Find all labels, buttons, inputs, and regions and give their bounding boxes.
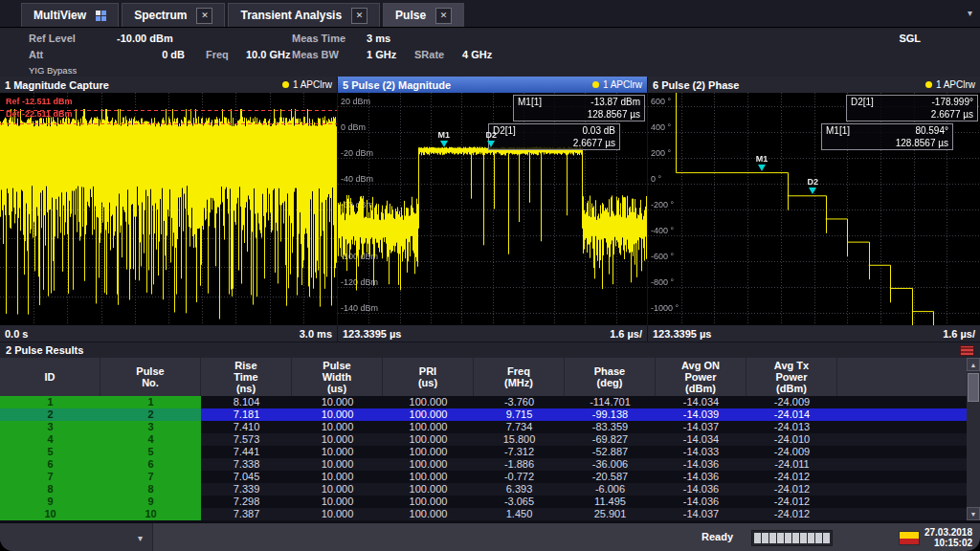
row-filler (837, 471, 967, 483)
marker-d2[interactable]: D2 (486, 131, 498, 147)
status-ready-label: Ready (702, 531, 733, 542)
magnitude-capture-plot[interactable] (0, 93, 337, 325)
status-date: 27.03.2018 (924, 527, 972, 538)
table-row[interactable]: 997.29810.000100.000-3.06511.495-14.036-… (0, 496, 967, 508)
panel-magnitude-capture[interactable]: 1 Magnitude Capture 1 APClrw Ref -12.511… (0, 77, 337, 342)
tab-label-transient: Transient Analysis (240, 9, 342, 22)
table-cell: -14.036 (656, 458, 746, 471)
tab-multiview[interactable]: MultiView (21, 3, 119, 27)
column-header[interactable]: Rise Time (ns) (201, 358, 292, 396)
table-row[interactable]: 10107.38710.000100.0001.45025.901-14.037… (0, 508, 967, 520)
meas-bw-value[interactable]: 1 GHz (367, 49, 396, 60)
table-row[interactable]: 227.18110.000100.0009.715-99.138-14.039-… (0, 408, 967, 421)
table-cell: 7 (0, 471, 100, 483)
table-cell: 7.410 (201, 421, 292, 433)
progress-bar (751, 530, 833, 546)
datetime-block: 27.03.2018 10:15:02 (899, 527, 972, 548)
close-icon-pulse[interactable]: ✕ (435, 8, 452, 24)
pulse-phase-chart[interactable]: D2[1]-178.999° 2.6677 µs M1[1]80.594° 12… (648, 93, 980, 325)
table-row[interactable]: 337.41010.000100.0007.734-83.359-14.037-… (0, 421, 967, 433)
panel-pulse-magnitude[interactable]: 5 Pulse (2) Magnitude 1 APClrw M1[1]-13.… (338, 77, 647, 342)
panel-title-magnitude-capture[interactable]: 1 Magnitude Capture 1 APClrw (0, 77, 337, 93)
table-row[interactable]: 887.33910.000100.0006.393-6.006-14.036-2… (0, 483, 967, 496)
table-cell: 10.000 (292, 421, 383, 433)
ref-level-value[interactable]: -10.00 dBm (117, 33, 173, 44)
x-scale-label: 1.6 µs/ (943, 328, 975, 340)
table-cell: 3 (100, 421, 201, 433)
table-cell: -7.312 (474, 446, 565, 458)
tabbar-dropdown-icon[interactable]: ▾ (968, 8, 972, 18)
table-row[interactable]: 777.04510.000100.000-0.772-20.587-14.036… (0, 471, 967, 483)
table-cell: 100.000 (383, 496, 474, 508)
det-line-label: Det -22.511 dBm (6, 109, 73, 119)
close-icon-spectrum[interactable]: ✕ (196, 8, 212, 24)
table-cell: 10.000 (292, 496, 383, 508)
table-row[interactable]: 118.10410.000100.000-3.760-114.701-14.03… (0, 396, 967, 408)
freq-value[interactable]: 10.0 GHz (246, 49, 290, 60)
column-header[interactable]: ID (0, 358, 100, 396)
marker-d2[interactable]: D2 (808, 178, 819, 194)
table-cell: -83.359 (565, 421, 656, 433)
marker-m1[interactable]: M1 (756, 155, 768, 171)
panel-title-text: 5 Pulse (2) Magnitude (343, 79, 451, 91)
table-cell: -24.012 (746, 496, 837, 508)
tab-spectrum[interactable]: Spectrum ✕ (122, 3, 225, 27)
meas-bw-label: Meas BW (292, 49, 339, 60)
srate-value[interactable]: 4 GHz (462, 49, 492, 60)
table-cell: 5 (0, 446, 100, 458)
row-filler (837, 421, 967, 433)
table-cell: -3.065 (474, 496, 565, 508)
marker-position: 2.6677 µs (573, 137, 615, 149)
close-icon-transient[interactable]: ✕ (351, 8, 368, 24)
table-cell: 100.000 (383, 408, 474, 421)
status-time: 10:15:02 (934, 538, 972, 548)
panel-title-pulse-magnitude[interactable]: 5 Pulse (2) Magnitude 1 APClrw (338, 77, 647, 93)
marker-m1[interactable]: M1 (437, 131, 450, 147)
panel-title-pulse-phase[interactable]: 6 Pulse (2) Phase 1 APClrw (648, 77, 980, 93)
tab-transient-analysis[interactable]: Transient Analysis ✕ (228, 3, 380, 27)
meas-time-value[interactable]: 3 ms (367, 33, 390, 44)
table-cell: 25.901 (565, 508, 656, 520)
table-cell: -24.014 (746, 408, 837, 421)
table-scrollbar[interactable]: ▲ ▼ (967, 358, 980, 520)
results-table-header: IDPulse No.Rise Time (ns)Pulse Width (us… (0, 358, 967, 396)
column-header[interactable]: Phase (deg) (565, 358, 656, 396)
table-cell: 10 (100, 508, 201, 520)
table-cell: -114.701 (565, 396, 656, 408)
table-cell: 10.000 (292, 483, 383, 496)
table-cell: -52.887 (565, 446, 656, 458)
table-row[interactable]: 667.33810.000100.000-1.886-36.006-14.036… (0, 458, 967, 471)
scroll-down-icon[interactable]: ▼ (967, 507, 980, 520)
chevron-down-icon: ▾ (138, 533, 143, 543)
table-cell: 7.573 (201, 433, 292, 446)
table-cell: -36.006 (565, 458, 656, 471)
magnitude-capture-chart[interactable]: Ref -12.511 dBm Det -22.511 dBm (0, 93, 337, 325)
panel-pulse-phase[interactable]: 6 Pulse (2) Phase 1 APClrw D2[1]-178.999… (648, 77, 980, 342)
x-start-label: 0.0 s (5, 328, 28, 340)
column-header[interactable]: Freq (MHz) (474, 358, 565, 396)
column-header[interactable]: Avg ON Power (dBm) (656, 358, 746, 396)
tab-pulse[interactable]: Pulse ✕ (383, 3, 464, 27)
table-cell: 100.000 (383, 483, 474, 496)
pulse-results-title-bar[interactable]: 2 Pulse Results (0, 342, 980, 358)
column-header[interactable]: Pulse No. (100, 358, 201, 396)
table-cell: -14.037 (656, 421, 746, 433)
column-header[interactable]: Pulse Width (us) (292, 358, 383, 396)
pulse-magnitude-chart[interactable]: M1[1]-13.87 dBm 128.8567 µs D2[1]0.03 dB… (338, 93, 647, 325)
status-bar: ▾ Ready 27.03.2018 10:15:02 (0, 522, 980, 551)
table-row[interactable]: 557.44110.000100.000-7.312-52.887-14.033… (0, 446, 967, 458)
column-header[interactable]: Avg Tx Power (dBm) (746, 358, 837, 396)
pulse-results-panel: 2 Pulse Results IDPulse No.Rise Time (ns… (0, 342, 980, 522)
table-cell: 4 (0, 433, 100, 446)
att-value[interactable]: 0 dB (117, 49, 185, 60)
marker-triangle-icon (758, 165, 766, 171)
column-header[interactable]: PRI (us) (383, 358, 474, 396)
scrollbar-thumb[interactable] (968, 373, 979, 402)
window-icon[interactable] (960, 345, 974, 356)
scroll-up-icon[interactable]: ▲ (967, 358, 980, 371)
statusbar-dropdown[interactable]: ▾ (0, 523, 153, 551)
marker-label: M1 (437, 131, 450, 140)
table-row[interactable]: 447.57310.000100.00015.800-69.827-14.034… (0, 433, 967, 446)
marker-name: M1[1] (826, 124, 850, 137)
trace-badge-label: 1 APClrw (293, 79, 332, 90)
